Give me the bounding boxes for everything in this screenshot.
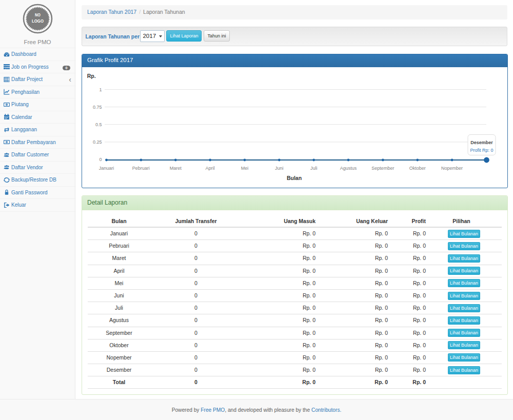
svg-text:Rp.: Rp. xyxy=(87,73,96,79)
svg-text:Pebruari: Pebruari xyxy=(132,166,150,171)
svg-text:0.5: 0.5 xyxy=(95,122,102,127)
svg-text:Juli: Juli xyxy=(310,166,318,171)
svg-text:1: 1 xyxy=(99,87,102,92)
svg-text:Juni: Juni xyxy=(275,166,284,171)
svg-text:Agustus: Agustus xyxy=(340,166,357,171)
svg-text:Profit Rp: 0: Profit Rp: 0 xyxy=(470,148,493,153)
svg-text:0.75: 0.75 xyxy=(93,105,102,110)
svg-text:Januari: Januari xyxy=(99,166,114,171)
svg-text:Bulan: Bulan xyxy=(287,175,302,181)
svg-text:Nopember: Nopember xyxy=(441,166,463,171)
svg-text:Oktober: Oktober xyxy=(409,166,426,171)
svg-text:Desember: Desember xyxy=(470,140,493,145)
svg-text:Mei: Mei xyxy=(241,166,249,171)
svg-text:NO: NO xyxy=(35,12,41,17)
svg-text:September: September xyxy=(371,166,394,171)
svg-text:0.25: 0.25 xyxy=(93,139,102,145)
svg-text:LOGO: LOGO xyxy=(32,18,44,24)
svg-text:0: 0 xyxy=(99,157,102,162)
svg-text:April: April xyxy=(206,166,215,171)
svg-text:Maret: Maret xyxy=(170,166,182,171)
